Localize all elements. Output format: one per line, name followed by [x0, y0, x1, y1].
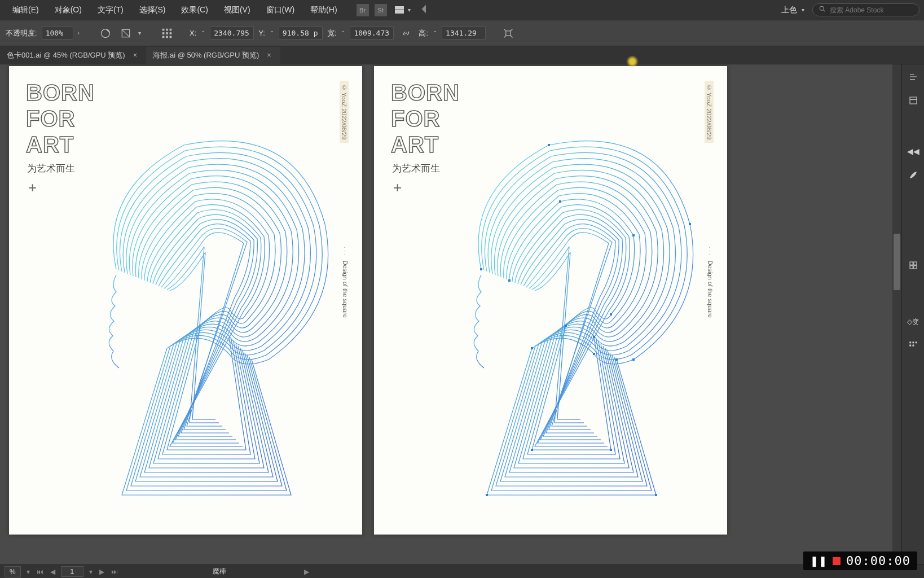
- svg-rect-39: [913, 262, 916, 265]
- svg-rect-12: [166, 36, 168, 38]
- svg-rect-46: [912, 345, 914, 347]
- svg-rect-35: [593, 336, 595, 338]
- tab-document-1[interactable]: 色卡001.ai @ 45% (RGB/GPU 预览) ×: [0, 47, 146, 64]
- svg-rect-10: [170, 32, 172, 34]
- svg-rect-41: [913, 266, 916, 269]
- tab-label: 色卡001.ai @ 45% (RGB/GPU 预览): [7, 50, 125, 60]
- menu-edit[interactable]: 编辑(E): [5, 2, 47, 19]
- svg-rect-45: [909, 345, 911, 347]
- scrollbar-vertical[interactable]: [892, 64, 901, 564]
- svg-rect-43: [912, 341, 914, 343]
- menu-view[interactable]: 视图(V): [216, 2, 258, 19]
- chevron-down-icon[interactable]: ▾: [138, 30, 141, 36]
- svg-rect-34: [610, 449, 612, 451]
- y-label: Y:: [258, 29, 265, 37]
- x-input[interactable]: [210, 27, 254, 40]
- tab-document-2[interactable]: 海报.ai @ 50% (RGB/GPU 预览) ×: [146, 47, 280, 64]
- h-stepper-icon[interactable]: ⌃: [433, 30, 437, 36]
- close-icon[interactable]: ×: [265, 51, 274, 59]
- svg-rect-31: [610, 313, 612, 316]
- zoom-level[interactable]: %: [5, 566, 21, 577]
- svg-rect-9: [166, 32, 168, 34]
- search-stock[interactable]: [812, 3, 919, 16]
- transform-panel-icon[interactable]: ◇ 变: [907, 315, 920, 329]
- bridge-icon[interactable]: Br: [357, 4, 369, 16]
- menu-window[interactable]: 窗口(W): [258, 2, 303, 19]
- svg-rect-14: [506, 30, 511, 35]
- menu-select[interactable]: 选择(S): [131, 2, 174, 19]
- arrange-documents-icon[interactable]: [395, 6, 404, 14]
- scrollbar-thumb[interactable]: [894, 234, 900, 290]
- chevron-down-icon: ▾: [802, 7, 804, 13]
- opacity-input[interactable]: [42, 27, 73, 40]
- record-icon[interactable]: [833, 557, 841, 565]
- brushes-panel-icon[interactable]: [907, 168, 920, 182]
- svg-rect-42: [909, 341, 911, 343]
- artboard-1: BORN FOR ART 为艺术而生 + © YooZ 2022/08/29 ·…: [9, 66, 362, 535]
- first-artboard-icon[interactable]: ⏮: [36, 568, 45, 576]
- opacity-label: 不透明度:: [6, 28, 37, 38]
- y-stepper-icon[interactable]: ⌃: [270, 30, 274, 36]
- chevron-down-icon[interactable]: ▾: [408, 7, 411, 13]
- prev-artboard-icon[interactable]: ◀: [49, 568, 56, 576]
- search-input[interactable]: [830, 6, 914, 14]
- artboard-2: BORN FOR ART 为艺术而生 + © YooZ 2022/08/29 ·…: [374, 66, 727, 535]
- align-icon[interactable]: [159, 25, 175, 41]
- poster-design-credit: · · · Design of the square: [342, 247, 349, 318]
- pause-icon[interactable]: ❚❚: [810, 555, 827, 567]
- swatches-panel-icon[interactable]: [907, 259, 920, 272]
- workspace-switcher[interactable]: 上色 ▾: [781, 5, 804, 15]
- menu-type[interactable]: 文字(T): [90, 2, 131, 19]
- svg-rect-27: [615, 358, 618, 361]
- svg-rect-24: [531, 347, 533, 349]
- svg-rect-5: [162, 28, 165, 30]
- h-input[interactable]: [442, 27, 486, 40]
- w-stepper-icon[interactable]: ⌃: [341, 30, 345, 36]
- opacity-chevron-icon[interactable]: ›: [78, 30, 80, 36]
- svg-line-1: [824, 10, 825, 12]
- w-input[interactable]: [350, 27, 394, 40]
- svg-rect-44: [915, 341, 917, 343]
- recording-overlay: ❚❚ 00:00:00: [803, 551, 917, 570]
- menu-help[interactable]: 帮助(H): [302, 2, 345, 19]
- search-icon: [819, 5, 826, 15]
- chevron-down-icon[interactable]: ▾: [25, 568, 31, 576]
- svg-rect-30: [632, 234, 635, 237]
- workspace-label: 上色: [781, 5, 797, 15]
- gpu-icon[interactable]: [421, 4, 431, 16]
- stock-icon[interactable]: St: [375, 4, 387, 16]
- recording-timer: 00:00:00: [846, 554, 910, 568]
- svg-rect-8: [162, 32, 165, 34]
- transform-icon[interactable]: [118, 25, 134, 41]
- close-icon[interactable]: ×: [131, 51, 140, 59]
- chevron-down-icon[interactable]: ▾: [88, 568, 94, 576]
- isolate-icon[interactable]: [500, 25, 516, 41]
- last-artboard-icon[interactable]: ⏭: [110, 568, 119, 576]
- svg-rect-19: [480, 268, 482, 270]
- poster-plus-icon: +: [393, 179, 402, 196]
- expand-panel-icon[interactable]: ◀◀: [907, 144, 920, 158]
- blend-art-head-selected[interactable]: [419, 111, 701, 506]
- svg-line-15: [504, 29, 506, 30]
- menu-effect[interactable]: 效果(C): [173, 2, 215, 19]
- libraries-panel-icon[interactable]: [907, 94, 920, 107]
- menu-object[interactable]: 对象(O): [47, 2, 90, 19]
- svg-rect-32: [565, 325, 567, 327]
- svg-rect-11: [162, 36, 165, 38]
- next-artboard-icon[interactable]: ▶: [98, 568, 105, 576]
- tool-name: 魔棒: [213, 567, 226, 576]
- canvas[interactable]: BORN FOR ART 为艺术而生 + © YooZ 2022/08/29 ·…: [0, 64, 901, 564]
- properties-panel-icon[interactable]: [907, 70, 920, 84]
- x-stepper-icon[interactable]: ⌃: [201, 30, 205, 36]
- align-panel-icon[interactable]: [907, 339, 920, 352]
- svg-line-18: [511, 36, 512, 37]
- play-icon[interactable]: ▶: [303, 568, 310, 576]
- panel-dock: ◀◀ ◇ 变: [901, 64, 924, 564]
- svg-rect-33: [531, 449, 533, 451]
- y-input[interactable]: [279, 27, 323, 40]
- svg-rect-28: [508, 279, 511, 282]
- svg-line-17: [504, 36, 506, 37]
- link-wh-icon[interactable]: [398, 25, 414, 41]
- artboard-number-input[interactable]: [61, 566, 83, 577]
- recolor-icon[interactable]: [98, 25, 113, 41]
